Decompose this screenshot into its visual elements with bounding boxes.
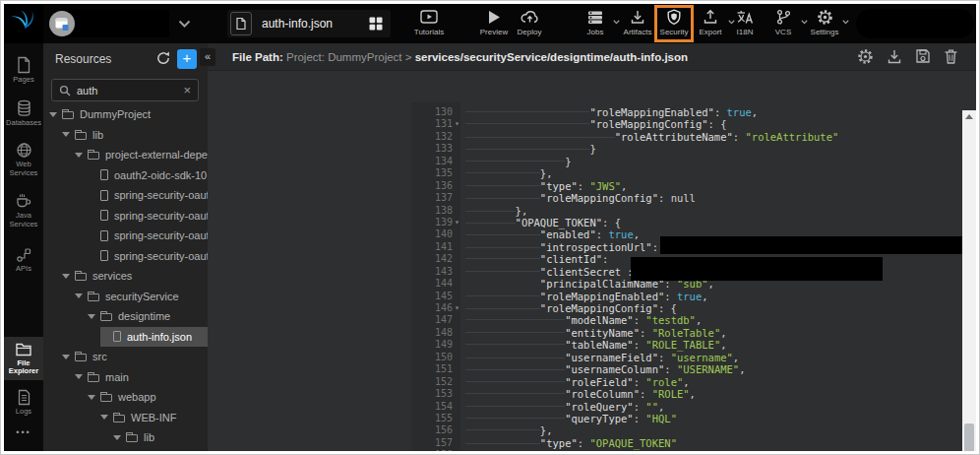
tree-item-project-external-depend[interactable]: project-external-depend (43, 145, 208, 165)
artifacts-label: Artifacts (624, 28, 652, 36)
scrollbar-thumb[interactable] (964, 423, 974, 451)
tutorials-button[interactable]: Tutorials (407, 8, 451, 41)
save-file-icon[interactable] (915, 48, 931, 65)
download-file-icon[interactable] (887, 48, 902, 65)
tree-item-auth-info-json[interactable]: auth-info.json (43, 327, 208, 348)
line-number: 133 (411, 143, 453, 155)
fold-marker-icon[interactable]: ▾ (455, 302, 462, 314)
resources-search-input[interactable]: auth × (51, 79, 199, 101)
tree-item-dummyproject[interactable]: DummyProject (43, 104, 208, 125)
sidebar-item-logs[interactable]: Logs (4, 384, 43, 421)
project-icon (54, 17, 70, 32)
fold-marker-icon[interactable]: ▾ (455, 118, 462, 130)
security-label: Security (660, 28, 689, 36)
dashboard-grid-icon[interactable] (369, 17, 383, 31)
collapse-panel-button[interactable]: « (200, 48, 215, 66)
search-icon (59, 85, 71, 97)
tree-item-label: spring-security-oaut (114, 250, 208, 262)
file-icon (100, 169, 108, 180)
scroll-up-icon[interactable] (965, 114, 973, 119)
expand-caret-icon[interactable] (62, 355, 70, 359)
tree-item-main[interactable]: main (43, 367, 208, 388)
tree-item-lib[interactable]: lib (43, 427, 208, 448)
sidebar-item-java-services[interactable]: Java Services (4, 187, 43, 232)
refresh-icon[interactable] (155, 50, 171, 66)
expand-caret-icon[interactable] (88, 395, 95, 400)
line-number: 143 (411, 266, 453, 278)
tree-item-services[interactable]: services (43, 266, 208, 287)
folder-icon (75, 273, 87, 281)
add-resource-button[interactable]: + (177, 49, 197, 69)
expand-caret-icon[interactable] (49, 112, 57, 117)
export-label: Export (699, 28, 721, 36)
line-number: 151 (411, 363, 453, 375)
pages-icon (16, 56, 31, 74)
sidebar-item-pages[interactable]: Pages (4, 51, 43, 89)
i18n-label: I18N (737, 28, 754, 36)
line-number: 140 (411, 228, 453, 240)
jobs-button[interactable]: Jobs (574, 8, 617, 41)
expand-caret-icon[interactable] (75, 374, 83, 379)
app-logo[interactable] (4, 4, 43, 43)
code-line: 130 "roleMappingEnabled": true, (411, 106, 962, 118)
web-services-globe-icon (16, 142, 32, 159)
line-number: 155 (411, 413, 453, 424)
fold-marker-icon[interactable]: ▾ (455, 217, 462, 228)
tree-item-spring-security-oaut[interactable]: spring-security-oaut (43, 206, 208, 227)
vcs-button[interactable]: VCS (762, 8, 805, 41)
tree-item-securityservice[interactable]: securityService (43, 287, 208, 307)
settings-chevron-down-icon[interactable] (842, 20, 849, 25)
expand-caret-icon[interactable] (100, 415, 108, 420)
search-clear-icon[interactable]: × (183, 83, 191, 98)
expand-caret-icon[interactable] (75, 293, 83, 298)
tree-item-oauth2-oidc[interactable]: oauth2-oidc (43, 448, 208, 452)
code-line: 154 "roleQuery": "", (411, 401, 962, 413)
tree-item-src[interactable]: src (43, 347, 208, 367)
tutorials-video-icon (419, 9, 439, 26)
top-bar: auth-info.json Tutorials Preview (4, 4, 976, 43)
code-editor[interactable]: 130 "roleMappingEnabled": true,131▾ "rol… (208, 43, 976, 451)
code-line: 135 }, (411, 167, 962, 179)
code-line: 137 "roleMappingConfig": null (411, 192, 962, 204)
project-chevron-down-icon[interactable] (178, 20, 191, 29)
tree-item-label: spring-security-oaut (114, 189, 208, 201)
tree-item-spring-security-oaut[interactable]: spring-security-oaut (43, 246, 208, 267)
deploy-button[interactable]: Deploy (508, 8, 551, 41)
tree-item-label: webapp (118, 391, 156, 403)
delete-file-trash-icon[interactable] (944, 48, 958, 65)
tree-item-web-inf[interactable]: WEB-INF (43, 408, 208, 428)
i18n-button[interactable]: I18N (723, 8, 766, 41)
open-file-tab[interactable]: auth-info.json (227, 10, 391, 37)
folder-icon (113, 415, 125, 422)
expand-caret-icon[interactable] (62, 132, 70, 137)
app-root: auth-info.json Tutorials Preview (4, 4, 976, 451)
file-settings-gear-icon[interactable] (857, 48, 874, 65)
tree-item-lib[interactable]: lib (43, 125, 208, 146)
line-number: 147 (411, 314, 453, 326)
sidebar-item-file-explorer[interactable]: File Explorer (4, 337, 43, 380)
folder-icon (88, 152, 99, 160)
sidebar-item-web-services[interactable]: Web Services (4, 137, 43, 181)
sidebar-more-button[interactable]: ••• (4, 427, 43, 437)
editor-scrollbar[interactable] (962, 110, 976, 451)
expand-caret-icon[interactable] (88, 314, 95, 319)
tree-item-label: spring-security-oaut (114, 229, 208, 241)
i18n-translate-icon (736, 9, 754, 26)
project-avatar[interactable] (49, 11, 75, 36)
tree-item-oauth2-oidc-sdk-10[interactable]: oauth2-oidc-sdk-10 (43, 165, 208, 186)
sidebar-item-apis[interactable]: APIs (4, 242, 43, 278)
line-number: 135 (411, 167, 453, 179)
tree-item-spring-security-oaut[interactable]: spring-security-oaut (43, 226, 208, 246)
tree-item-designtime[interactable]: designtime (43, 306, 208, 327)
settings-button[interactable]: Settings (803, 8, 846, 41)
sidebar-item-databases[interactable]: Databases (4, 95, 43, 132)
expand-caret-icon[interactable] (75, 153, 83, 158)
tree-item-spring-security-oaut[interactable]: spring-security-oaut (43, 185, 208, 206)
expand-caret-icon[interactable] (62, 274, 70, 279)
pages-label: Pages (13, 76, 33, 85)
tree-item-webapp[interactable]: webapp (43, 387, 208, 408)
code-line: 157 "type": "OPAQUE_TOKEN" (411, 437, 962, 449)
expand-caret-icon[interactable] (113, 435, 121, 440)
tree-item-label: services (92, 270, 132, 282)
tree-item-label: auth-info.json (127, 331, 192, 343)
